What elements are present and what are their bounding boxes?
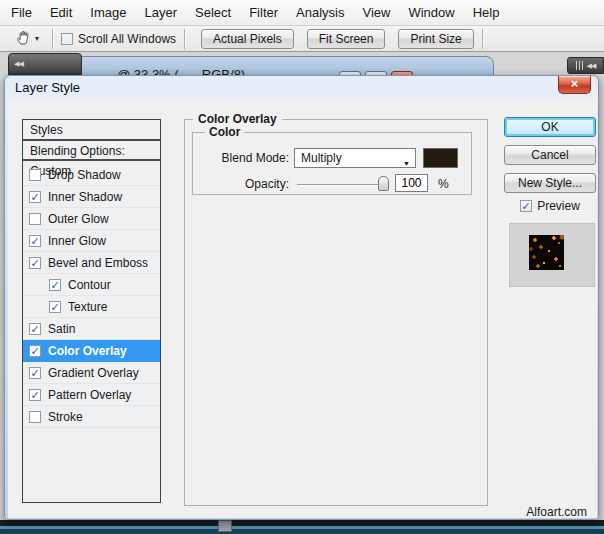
collapse-left-icon: ◀◀ xyxy=(14,60,23,68)
fit-screen-button[interactable]: Fit Screen xyxy=(307,29,386,49)
cancel-button[interactable]: Cancel xyxy=(504,145,596,165)
checkbox-icon[interactable]: ✓ xyxy=(520,200,532,212)
opacity-input[interactable] xyxy=(395,174,428,192)
styles-item-label: Contour xyxy=(68,278,111,292)
slider-thumb[interactable] xyxy=(378,176,389,191)
preview-thumbnail xyxy=(529,235,564,270)
checkbox-icon[interactable]: ✓ xyxy=(29,235,41,247)
styles-item-label: Stroke xyxy=(48,410,83,424)
scroll-all-windows-label: Scroll All Windows xyxy=(78,32,176,46)
preview-panel xyxy=(509,223,595,287)
menu-select[interactable]: Select xyxy=(186,1,240,24)
tool-dropdown-arrow-icon[interactable]: ▾ xyxy=(35,34,39,43)
section-title: Color Overlay xyxy=(193,112,282,126)
layer-style-dialog: Layer Style × Styles Blending Options: C… xyxy=(4,75,599,520)
checkbox-icon[interactable]: ✓ xyxy=(29,389,41,401)
styles-item-inner-shadow[interactable]: ✓Inner Shadow xyxy=(23,186,160,208)
styles-item-label: Outer Glow xyxy=(48,212,109,226)
color-group: Color Blend Mode: Multiply ▼ Opacity: % xyxy=(192,132,472,195)
menu-window[interactable]: Window xyxy=(399,1,463,24)
checkbox-icon[interactable]: ✓ xyxy=(49,279,61,291)
styles-item-texture[interactable]: ✓Texture xyxy=(23,296,160,318)
menu-analysis[interactable]: Analysis xyxy=(287,1,353,24)
slider-track xyxy=(297,184,389,185)
styles-item-bevel-and-emboss[interactable]: ✓Bevel and Emboss xyxy=(23,252,160,274)
background-strip-navy xyxy=(0,529,604,534)
panel-collapse-control[interactable]: ◀◀ xyxy=(567,57,604,74)
hand-tool-icon xyxy=(15,29,32,49)
menu-help[interactable]: Help xyxy=(464,1,509,24)
preview-checkbox[interactable]: ✓ Preview xyxy=(504,199,596,213)
styles-item-label: Inner Glow xyxy=(48,234,106,248)
styles-item-label: Color Overlay xyxy=(48,344,127,358)
scroll-all-windows-checkbox[interactable]: Scroll All Windows xyxy=(61,32,176,46)
styles-item-pattern-overlay[interactable]: ✓Pattern Overlay xyxy=(23,384,160,406)
styles-item-gradient-overlay[interactable]: ✓Gradient Overlay xyxy=(23,362,160,384)
options-toolbar: ▾ Scroll All Windows Actual PixelsFit Sc… xyxy=(0,26,604,52)
styles-item-label: Gradient Overlay xyxy=(48,366,139,380)
checkbox-icon[interactable] xyxy=(61,33,73,45)
blend-mode-label: Blend Mode: xyxy=(197,151,289,165)
styles-panel: Styles Blending Options: Custom Drop Sha… xyxy=(22,119,161,503)
styles-item-satin[interactable]: ✓Satin xyxy=(23,318,160,340)
menu-image[interactable]: Image xyxy=(81,1,135,24)
styles-item-contour[interactable]: ✓Contour xyxy=(23,274,160,296)
menu-edit[interactable]: Edit xyxy=(41,1,81,24)
toolbar-separator xyxy=(482,29,483,49)
preview-label: Preview xyxy=(537,199,580,213)
close-dialog-button[interactable]: × xyxy=(558,76,591,94)
styles-item-inner-glow[interactable]: ✓Inner Glow xyxy=(23,230,160,252)
menu-bar: FileEditImageLayerSelectFilterAnalysisVi… xyxy=(0,0,604,26)
opacity-label: Opacity: xyxy=(197,177,289,191)
menu-file[interactable]: File xyxy=(2,1,41,24)
collapse-arrows-icon: ◀◀ xyxy=(587,62,596,70)
grip-icon xyxy=(576,61,583,70)
toolbar-separator xyxy=(184,29,185,49)
dialog-title: Layer Style xyxy=(15,80,80,95)
opacity-slider[interactable] xyxy=(297,175,389,193)
checkbox-icon[interactable]: ✓ xyxy=(29,257,41,269)
blend-mode-value: Multiply xyxy=(301,151,342,165)
styles-item-label: Bevel and Emboss xyxy=(48,256,148,270)
select-arrow-icon: ▼ xyxy=(403,155,410,173)
blending-options-item[interactable]: Blending Options: Custom xyxy=(23,141,160,161)
checkbox-icon[interactable] xyxy=(29,411,41,423)
styles-item-label: Drop Shadow xyxy=(48,168,121,182)
actual-pixels-button[interactable]: Actual Pixels xyxy=(201,29,294,49)
checkbox-icon[interactable]: ✓ xyxy=(49,301,61,313)
opacity-unit: % xyxy=(438,177,449,191)
watermark-text: Alfoart.com xyxy=(526,505,587,519)
styles-item-label: Satin xyxy=(48,322,75,336)
checkbox-icon[interactable]: ✓ xyxy=(29,345,41,357)
menu-layer[interactable]: Layer xyxy=(136,1,187,24)
overlay-color-swatch[interactable] xyxy=(423,148,458,168)
color-group-title: Color xyxy=(205,125,244,139)
menu-filter[interactable]: Filter xyxy=(240,1,287,24)
styles-item-label: Inner Shadow xyxy=(48,190,122,204)
new-style-button[interactable]: New Style... xyxy=(504,173,596,193)
checkbox-icon[interactable] xyxy=(29,169,41,181)
panel-tab[interactable]: ◀◀ xyxy=(8,53,82,75)
hand-tool-button[interactable]: ▾ xyxy=(10,27,44,51)
background-notch xyxy=(218,520,232,532)
print-size-button[interactable]: Print Size xyxy=(398,29,473,49)
styles-item-label: Texture xyxy=(68,300,107,314)
dialog-client-area: Styles Blending Options: Custom Drop Sha… xyxy=(8,98,597,518)
styles-item-stroke[interactable]: Stroke xyxy=(23,406,160,428)
styles-item-color-overlay[interactable]: ✓Color Overlay xyxy=(23,340,160,362)
toolbar-buttons: Actual PixelsFit ScreenPrint Size xyxy=(201,29,474,49)
color-overlay-section: Color Overlay Color Blend Mode: Multiply… xyxy=(184,119,488,506)
styles-item-label: Pattern Overlay xyxy=(48,388,131,402)
menu-view[interactable]: View xyxy=(353,1,399,24)
ok-button[interactable]: OK xyxy=(504,117,596,137)
checkbox-icon[interactable]: ✓ xyxy=(29,367,41,379)
document-window-strip: @ 33.3% (, RGB/8) ◀◀ ◀◀ xyxy=(0,52,604,75)
checkbox-icon[interactable]: ✓ xyxy=(29,323,41,335)
styles-list: Drop Shadow✓Inner ShadowOuter Glow✓Inner… xyxy=(23,161,160,428)
styles-item-outer-glow[interactable]: Outer Glow xyxy=(23,208,160,230)
toolbar-separator xyxy=(52,29,53,49)
checkbox-icon[interactable] xyxy=(29,213,41,225)
blend-mode-select[interactable]: Multiply ▼ xyxy=(294,148,416,168)
styles-panel-header: Styles xyxy=(23,120,160,141)
checkbox-icon[interactable]: ✓ xyxy=(29,191,41,203)
